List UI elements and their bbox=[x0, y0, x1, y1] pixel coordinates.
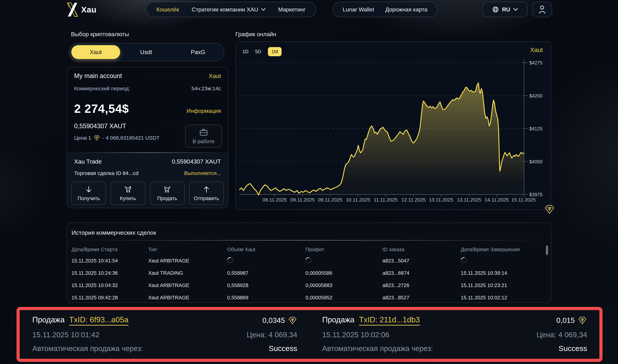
tab-xaut[interactable]: Xaut bbox=[71, 45, 120, 59]
table-cell: a823...8527 bbox=[382, 295, 461, 300]
trade-section: Xau Trade 0,55904307 XAUT Торговая сделк… bbox=[67, 153, 228, 208]
table-cell: Xaut ARBITRAGE bbox=[148, 283, 227, 288]
svg-text:$4200: $4200 bbox=[529, 93, 542, 99]
action-buttons: Получить Купить Продать bbox=[71, 182, 224, 205]
column-header: Профит bbox=[306, 247, 382, 252]
chart-asset-label: Xaut bbox=[530, 46, 543, 53]
history-scrollbar[interactable] bbox=[546, 246, 548, 255]
trade-name: Xau Trade bbox=[74, 158, 102, 165]
history-rows: 15.11.2025 10:41:54Xaut ARBITRAGEa823...… bbox=[72, 255, 540, 304]
chevron-down-icon bbox=[513, 8, 518, 11]
transaction-card: Продажа TxID: 6f93...a05a 0,0345 15.11.2… bbox=[20, 310, 309, 359]
column-header: Дата/Время Завершения bbox=[461, 247, 540, 252]
nav-item-wallet[interactable]: Кошелёк bbox=[156, 6, 179, 13]
buy-label: Купить bbox=[120, 195, 136, 201]
tx-id-link[interactable]: TxID: 6f93...a05a bbox=[69, 315, 129, 325]
period-value: 54ч:23м:14с bbox=[192, 86, 221, 91]
chevron-down-icon bbox=[261, 8, 266, 11]
info-link[interactable]: Информация bbox=[187, 108, 221, 114]
tether-icon bbox=[93, 134, 100, 142]
xau-logo-icon bbox=[67, 2, 78, 17]
briefcase-icon bbox=[199, 128, 208, 137]
tab-paxg[interactable]: PaxG bbox=[172, 49, 224, 55]
range-1m[interactable]: 1M bbox=[268, 47, 282, 56]
table-cell: 15.11.2025 09:42:28 bbox=[72, 295, 148, 300]
table-cell: 0,00005586 bbox=[306, 270, 382, 276]
in-progress-button[interactable]: В работе bbox=[185, 125, 222, 148]
tx-type: Продажа bbox=[322, 315, 355, 324]
table-cell bbox=[461, 257, 540, 264]
table-cell: 15.11.2025 10:39:14 bbox=[461, 270, 540, 276]
tx-id-link[interactable]: TxID: 211d...1db3 bbox=[359, 315, 420, 325]
tab-usdt[interactable]: Usdt bbox=[120, 49, 172, 55]
table-row: 15.11.2025 10:04:32Xaut ARBITRAGE0,55892… bbox=[72, 279, 540, 291]
table-cell bbox=[227, 257, 306, 264]
price-prefix: Цена 1 bbox=[74, 135, 91, 141]
tx-amount: 0,0345 bbox=[262, 316, 297, 325]
nav-item-strategies[interactable]: Стратегии компании XAU bbox=[192, 6, 265, 13]
account-asset: Xaut bbox=[209, 73, 221, 79]
svg-text:$3975: $3975 bbox=[529, 192, 542, 197]
column-header: Объём Xaut bbox=[227, 247, 306, 252]
table-cell: 15.11.2025 10:24:36 bbox=[72, 270, 148, 276]
transaction-card: Продажа TxID: 211d...1db3 0,015 15.11.20… bbox=[309, 310, 599, 359]
trade-status: Выполняется... bbox=[184, 170, 221, 176]
send-label: Отправить bbox=[194, 195, 219, 201]
history-panel: История коммерческих сделок Дата/Время С… bbox=[67, 222, 551, 303]
language-selector[interactable]: RU bbox=[483, 2, 528, 17]
brand-name: Xau bbox=[81, 5, 96, 14]
nav-item-roadmap[interactable]: Дорожная карта bbox=[385, 6, 427, 13]
tx-datetime: 15.11.2025 10:01:42 bbox=[32, 331, 99, 339]
range-1d[interactable]: 1D bbox=[243, 49, 249, 54]
svg-text:$4275: $4275 bbox=[529, 60, 542, 65]
table-cell: 15.11.2025 10:41:54 bbox=[72, 258, 148, 264]
receive-button[interactable]: Получить bbox=[71, 182, 106, 205]
brand[interactable]: Xau bbox=[67, 2, 96, 17]
account-balance: 2 274,54$ bbox=[74, 102, 129, 116]
nav-item-strategies-label: Стратегии компании XAU bbox=[192, 6, 258, 13]
send-button[interactable]: Отправить bbox=[189, 182, 224, 205]
svg-text:$4050: $4050 bbox=[529, 159, 542, 164]
period-label: Коммерческий период: bbox=[74, 86, 130, 91]
app-root: Xau Кошелёк Стратегии компании XAU Марке… bbox=[0, 0, 618, 364]
table-cell: a823...5047 bbox=[382, 258, 461, 264]
table-cell: Xaut ARBITRAGE bbox=[148, 295, 227, 300]
table-cell: a823...6874 bbox=[382, 270, 461, 276]
annotation-highlight: Продажа TxID: 6f93...a05a 0,0345 15.11.2… bbox=[16, 307, 603, 362]
table-cell bbox=[306, 257, 382, 264]
sell-button[interactable]: Продать bbox=[150, 182, 185, 205]
tx-price: Цена: 4 069,34 bbox=[537, 331, 587, 339]
account-button[interactable] bbox=[532, 2, 552, 17]
in-progress-label: В работе bbox=[193, 138, 215, 144]
nav-item-marketing[interactable]: Маркетинг bbox=[278, 6, 306, 13]
table-cell: 15.11.2025 10:04:32 bbox=[72, 283, 148, 288]
svg-text:$4125: $4125 bbox=[529, 126, 542, 131]
trade-amount: 0,55904307 XAUT bbox=[172, 158, 221, 165]
column-header: Дата/Время Старта bbox=[72, 247, 148, 252]
nav-item-lunar-wallet[interactable]: Lunar Wallet bbox=[343, 6, 374, 13]
language-code: RU bbox=[502, 6, 510, 13]
tx-amount: 0,015 bbox=[556, 316, 587, 325]
secondary-menu: Lunar Wallet Дорожная карта bbox=[333, 2, 438, 17]
tx-type: Продажа bbox=[32, 315, 65, 324]
buy-button[interactable]: Купить bbox=[111, 182, 145, 205]
table-cell: 0,558869 bbox=[227, 295, 306, 300]
receive-label: Получить bbox=[77, 195, 100, 201]
sell-label: Продать bbox=[157, 195, 177, 201]
table-cell: 0,00005883 bbox=[306, 283, 382, 288]
table-row: 15.11.2025 10:24:36Xaut TRADING0,5589870… bbox=[72, 267, 540, 279]
arrow-up-icon bbox=[203, 185, 210, 194]
globe-icon bbox=[492, 6, 499, 13]
user-icon bbox=[538, 5, 546, 14]
chart-panel: 1D 5D 1M Xaut $4275$4200$4125$4050$3975 … bbox=[235, 41, 551, 210]
tx-price: Цена: 4 069,34 bbox=[247, 331, 297, 339]
table-cell: 0,00005852 bbox=[306, 295, 382, 300]
main-menu: Кошелёк Стратегии компании XAU Маркетинг bbox=[146, 2, 316, 17]
table-cell: Xaut ARBITRAGE bbox=[148, 258, 227, 264]
range-5d[interactable]: 5D bbox=[255, 49, 261, 54]
tx-status: Success bbox=[269, 344, 297, 353]
table-row: 15.11.2025 10:41:54Xaut ARBITRAGEa823...… bbox=[72, 255, 540, 267]
table-cell: 0,558928 bbox=[227, 283, 306, 288]
loading-spinner-icon bbox=[226, 256, 234, 264]
tx-amount-value: 0,015 bbox=[556, 316, 575, 325]
